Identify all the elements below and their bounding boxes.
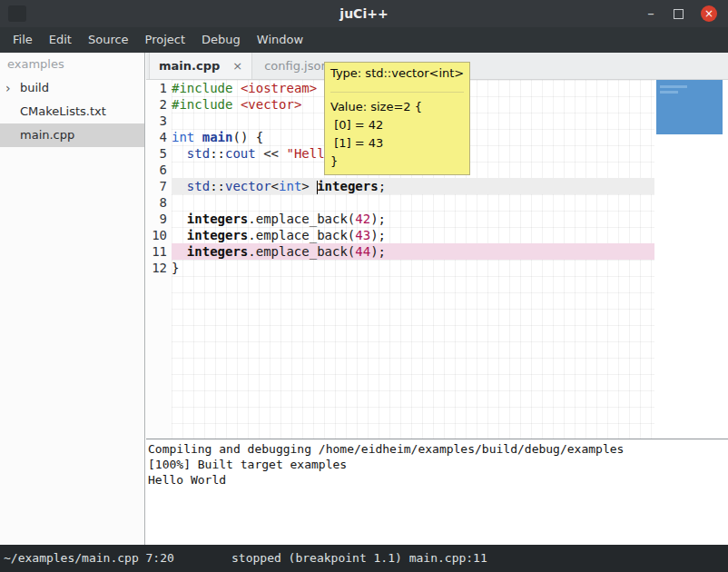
terminal-line: Compiling and debugging /home/eidheim/ex… [148,441,728,457]
code-token: () { [232,130,263,144]
line-number[interactable]: 11 [146,243,172,260]
terminal-line: Hello World [148,472,728,488]
menu-item-window[interactable]: Window [249,27,311,53]
close-icon: × [701,5,717,22]
line-number[interactable]: 3 [146,113,172,129]
menu-bar: FileEditSourceProjectDebugWindow [0,27,728,53]
thumb-detail [660,85,687,88]
tooltip-value-line: Value: size=2 { [330,98,464,116]
code-token: < [271,179,279,193]
code-token: #include [172,81,232,95]
editor-overview [654,80,728,439]
tooltip-type-line: Type: std::vector<int> [330,65,464,81]
code-token: std [187,146,210,161]
title-bar[interactable]: juCi++ – × [0,0,728,27]
status-bar: ~/examples/main.cpp 7:20 stopped (breakp… [0,545,728,572]
code-token: << [256,146,287,161]
chevron-right-icon[interactable]: › [5,76,11,100]
code-token: .emplace_back( [248,228,355,242]
line-number-gutter[interactable]: 123456789101112 [146,80,172,439]
line-number[interactable]: 10 [146,227,172,243]
line-number[interactable]: 6 [146,162,172,178]
tooltip-value-line: [0] = 42 [330,116,464,134]
code-token: int [279,179,301,193]
code-token: integers [187,244,248,259]
debug-tooltip: Type: std::vector<int> Value: size=2 { [… [324,62,470,175]
code-token: #include [172,97,232,112]
close-button[interactable]: × [697,0,721,27]
code-line-11[interactable]: integers.emplace_back(44); [172,243,654,260]
code-token: .emplace_back( [248,212,355,226]
code-line-9[interactable]: integers.emplace_back(42); [172,211,654,227]
code-token: int [172,130,194,144]
project-name: examples [0,53,144,76]
code-token: :: [210,146,225,161]
code-token [172,244,187,259]
maximize-icon [674,9,684,19]
line-number[interactable]: 9 [146,211,172,227]
tree-item-label: build [20,76,49,100]
code-line-7[interactable]: std::vector<int> integers; [172,178,654,194]
sidebar: examples ›buildCMakeLists.txtmain.cpp [0,53,145,545]
thumb-detail [660,91,678,94]
code-line-12[interactable]: } [172,260,654,276]
tooltip-value-line: } [330,153,464,171]
code-token: integers [187,228,248,242]
code-token: main [202,130,233,144]
code-token: <iostream> [241,81,317,95]
line-number[interactable]: 2 [146,96,172,113]
code-token [194,130,202,144]
line-number[interactable]: 4 [146,129,172,145]
terminal-output[interactable]: Compiling and debugging /home/eidheim/ex… [146,439,728,545]
tooltip-values: Value: size=2 { [0] = 42 [1] = 43} [330,92,464,171]
tree-item-build[interactable]: ›build [0,76,144,100]
code-token [172,146,187,161]
code-token: vector [225,179,271,193]
tree-item-cmakelists-txt[interactable]: CMakeLists.txt [0,100,144,123]
code-token: ); [370,228,386,242]
code-token: ; [379,179,386,193]
line-number[interactable]: 7 [146,178,172,194]
tree-item-label: main.cpp [20,123,74,147]
code-token: 44 [355,244,370,259]
tab-close-icon[interactable]: × [232,59,242,73]
code-line-10[interactable]: integers.emplace_back(43); [172,227,654,243]
code-token: > [301,179,317,193]
status-file-position: ~/examples/main.cpp 7:20 [4,545,174,572]
tab-label: main.cpp [159,59,220,73]
line-number[interactable]: 8 [146,194,172,211]
line-number[interactable]: 5 [146,145,172,162]
status-debug-status: stopped (breakpoint 1.1) main.cpp:11 [231,545,487,572]
code-token: 43 [355,228,370,242]
code-token [172,212,187,226]
maximize-button[interactable] [666,0,690,27]
tab-main-cpp[interactable]: main.cpp× [149,53,252,79]
code-token [172,179,187,193]
tree-item-main-cpp[interactable]: main.cpp [0,123,144,147]
tab-label: config.json [264,59,329,73]
minimize-button[interactable]: – [639,0,663,27]
code-line-8[interactable] [172,194,654,211]
menu-item-project[interactable]: Project [137,27,193,53]
window-title: juCi++ [0,0,728,27]
menu-item-edit[interactable]: Edit [41,27,80,53]
menu-item-debug[interactable]: Debug [193,27,249,53]
code-token: 42 [355,212,370,226]
scrollbar-thumb[interactable] [656,80,723,134]
menu-item-file[interactable]: File [5,27,41,53]
code-token: .emplace_back( [248,244,355,259]
tooltip-value-line: [1] = 43 [330,134,464,153]
code-token: :: [210,179,225,193]
line-number[interactable]: 1 [146,80,172,96]
tree-item-label: CMakeLists.txt [20,100,106,123]
file-tree: ›buildCMakeLists.txtmain.cpp [0,76,144,147]
menu-item-source[interactable]: Source [80,27,137,53]
code-token: integers [187,212,248,226]
line-number[interactable]: 12 [146,260,172,276]
code-token: std [187,179,210,193]
code-token: ); [370,244,386,259]
code-token [172,228,187,242]
code-token: ); [370,212,386,226]
code-token: <vector> [241,97,301,112]
code-token: integers [317,179,378,193]
